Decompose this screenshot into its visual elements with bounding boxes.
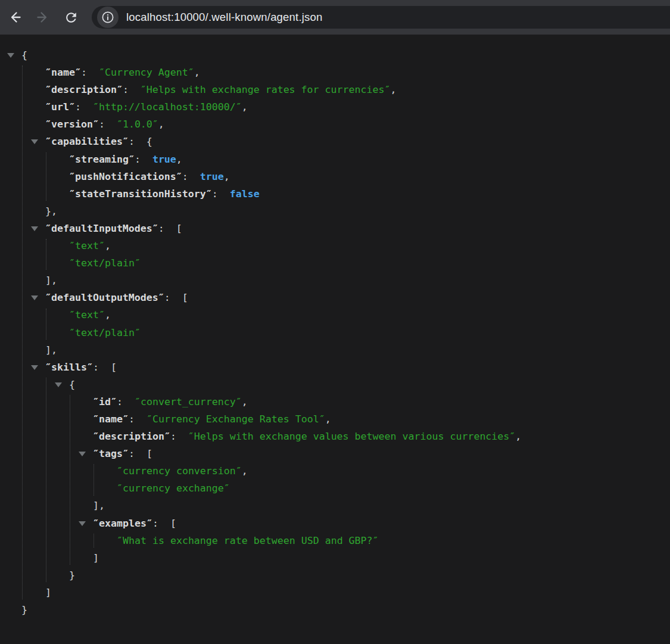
json-key: ″streaming″ bbox=[69, 154, 135, 165]
json-line: ″text″, bbox=[0, 306, 670, 323]
json-key: ″pushNotifications″ bbox=[69, 171, 182, 182]
json-string-value: ″text″ bbox=[69, 240, 105, 251]
json-string-value: ″currency conversion″ bbox=[117, 465, 242, 477]
json-string-value: ″http://localhost:10000/″ bbox=[93, 101, 242, 113]
json-line: { bbox=[0, 376, 670, 393]
json-key: ″description″ bbox=[45, 84, 123, 95]
tree-toggle-icon[interactable] bbox=[31, 295, 38, 300]
json-line: } bbox=[0, 567, 670, 584]
json-punctuation: ] bbox=[45, 587, 51, 598]
indent-guide bbox=[22, 66, 23, 599]
json-key: ″examples″ bbox=[93, 518, 152, 529]
json-line: ], bbox=[0, 341, 670, 359]
json-string-value: ″currency exchange″ bbox=[117, 483, 230, 494]
json-line: ″skills″: [ bbox=[0, 359, 670, 376]
json-line: ″currency conversion″, bbox=[0, 462, 670, 480]
json-punctuation: [ bbox=[111, 362, 117, 373]
json-punctuation: , bbox=[158, 119, 164, 130]
json-string-value: ″What is exchange rate between USD and G… bbox=[117, 535, 379, 546]
json-punctuation: ], bbox=[45, 344, 57, 356]
json-line: ″description″: ″Helps with exchange rate… bbox=[0, 81, 670, 98]
json-punctuation: : bbox=[182, 171, 200, 182]
json-line: }, bbox=[0, 203, 670, 220]
json-boolean-value: false bbox=[230, 188, 260, 200]
json-punctuation: : bbox=[129, 448, 147, 459]
back-button[interactable] bbox=[3, 5, 27, 29]
json-punctuation: , bbox=[242, 396, 248, 407]
json-punctuation: : bbox=[129, 136, 147, 147]
json-string-value: ″Currency Agent″ bbox=[99, 67, 194, 78]
json-line: ″name″: ″Currency Exchange Rates Tool″, bbox=[0, 410, 670, 428]
json-line: ″stateTransitionHistory″: false bbox=[0, 185, 670, 203]
json-key: ″defaultInputModes″ bbox=[45, 223, 158, 234]
json-punctuation: : bbox=[170, 431, 188, 442]
tree-toggle-icon[interactable] bbox=[31, 139, 38, 144]
json-string-value: ″text″ bbox=[69, 309, 105, 321]
indent-guide bbox=[46, 378, 46, 582]
json-line: ″What is exchange rate between USD and G… bbox=[0, 532, 670, 549]
site-info-button[interactable] bbox=[97, 7, 119, 28]
tree-toggle-icon[interactable] bbox=[55, 382, 62, 387]
json-line: ″examples″: [ bbox=[0, 515, 670, 532]
forward-button[interactable] bbox=[31, 5, 55, 29]
json-punctuation: : bbox=[99, 119, 117, 130]
json-line: ″streaming″: true, bbox=[0, 151, 670, 168]
json-line: ″capabilities″: { bbox=[0, 133, 670, 150]
json-line: ″version″: ″1.0.0″, bbox=[0, 116, 670, 133]
info-icon bbox=[101, 10, 115, 24]
json-line: ″defaultOutputModes″: [ bbox=[0, 289, 670, 306]
json-key: ″name″ bbox=[93, 413, 129, 425]
json-line: ″text/plain″ bbox=[0, 324, 670, 341]
json-punctuation: [ bbox=[182, 292, 188, 303]
json-key: ″version″ bbox=[45, 119, 99, 130]
tree-toggle-icon[interactable] bbox=[79, 452, 86, 456]
reload-button[interactable] bbox=[59, 5, 83, 29]
json-string-value: ″Helps with exchange rates for currencie… bbox=[141, 84, 391, 95]
json-punctuation: }, bbox=[45, 206, 57, 217]
tree-toggle-icon[interactable] bbox=[31, 365, 38, 370]
json-punctuation: : bbox=[158, 223, 176, 234]
json-punctuation: , bbox=[242, 101, 248, 113]
json-line: } bbox=[0, 601, 670, 618]
json-punctuation: , bbox=[176, 154, 182, 165]
json-string-value: ″text/plain″ bbox=[69, 327, 141, 338]
json-boolean-value: true bbox=[152, 154, 176, 165]
address-bar[interactable]: localhost:10000/.well-known/agent.json bbox=[92, 6, 670, 29]
json-line: ] bbox=[0, 584, 670, 601]
indent-guide bbox=[70, 395, 70, 565]
json-key: ″name″ bbox=[45, 67, 81, 78]
indent-guide bbox=[46, 239, 46, 270]
json-line: ″description″: ″Helps with exchange valu… bbox=[0, 428, 670, 445]
indent-guide bbox=[46, 309, 46, 340]
json-key: ″id″ bbox=[93, 396, 117, 407]
json-line: ″text″, bbox=[0, 237, 670, 254]
tree-toggle-icon[interactable] bbox=[7, 53, 14, 58]
json-punctuation: [ bbox=[147, 448, 152, 459]
json-punctuation: ], bbox=[45, 275, 57, 286]
json-line: ″defaultInputModes″: [ bbox=[0, 220, 670, 237]
tree-toggle-icon[interactable] bbox=[79, 521, 86, 526]
json-punctuation: ], bbox=[93, 500, 105, 511]
json-punctuation: { bbox=[69, 379, 75, 390]
json-punctuation: : bbox=[123, 84, 141, 95]
json-line: ″url″: ″http://localhost:10000/″, bbox=[0, 98, 670, 116]
browser-toolbar: localhost:10000/.well-known/agent.json bbox=[0, 0, 670, 35]
json-punctuation: : bbox=[152, 518, 170, 529]
json-key: ″tags″ bbox=[93, 448, 129, 459]
back-arrow-icon bbox=[7, 10, 23, 25]
json-key: ″capabilities″ bbox=[45, 136, 129, 147]
json-punctuation: : bbox=[135, 154, 152, 165]
indent-guide bbox=[46, 153, 46, 201]
json-line: ] bbox=[0, 549, 670, 567]
json-punctuation: } bbox=[21, 604, 27, 615]
json-punctuation: [ bbox=[176, 223, 182, 234]
json-line: ″id″: ″convert_currency″, bbox=[0, 393, 670, 410]
json-key: ″defaultOutputModes″ bbox=[45, 292, 164, 303]
forward-arrow-icon bbox=[35, 10, 51, 25]
json-punctuation: , bbox=[325, 413, 331, 425]
json-punctuation: : bbox=[93, 362, 111, 373]
tree-toggle-icon[interactable] bbox=[31, 226, 38, 231]
json-punctuation: , bbox=[515, 431, 521, 442]
json-string-value: ″1.0.0″ bbox=[117, 119, 158, 130]
json-punctuation: { bbox=[21, 49, 27, 61]
